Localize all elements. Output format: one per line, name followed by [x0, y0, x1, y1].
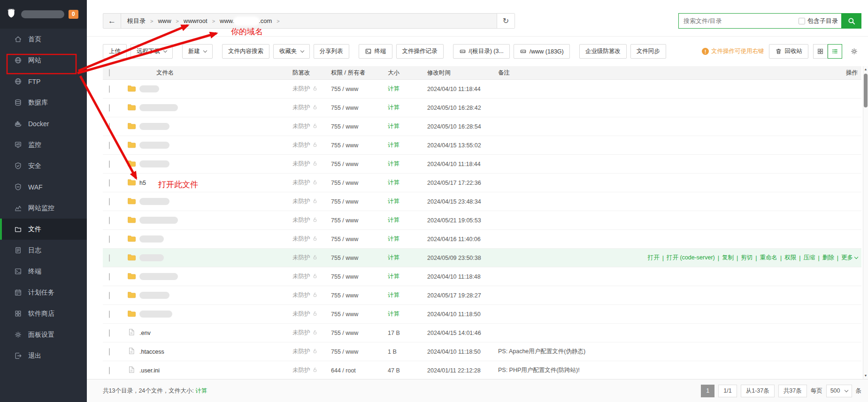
breadcrumb-item[interactable]: 根目录 [127, 17, 146, 25]
breadcrumb-item-domain[interactable]: www..com [220, 17, 272, 24]
file-name-blurred[interactable] [139, 311, 172, 318]
toolbar-button-9[interactable]: /www (183G) [514, 44, 570, 59]
col-modified-time[interactable]: 修改时间 [427, 69, 498, 77]
lock-open-icon[interactable] [312, 367, 318, 374]
lock-open-icon[interactable] [312, 235, 318, 243]
row-checkbox[interactable] [109, 348, 110, 356]
sidebar-item-home[interactable]: 首页 [0, 29, 87, 50]
toolbar-button-1[interactable]: 远程下载 [131, 44, 173, 59]
include-subdir-checkbox[interactable]: 包含子目录 [799, 17, 841, 25]
sidebar-item-logs[interactable]: 日志 [0, 240, 87, 261]
file-size[interactable]: 计算 [388, 160, 427, 168]
table-row[interactable]: .htaccess未防护755 / www1 B2024/04/10 11:18… [103, 342, 861, 361]
lock-open-icon[interactable] [312, 217, 318, 224]
op-link[interactable]: 剪切 [741, 254, 753, 262]
calc-size-link[interactable]: 计算 [195, 387, 207, 394]
toolbar-button-10[interactable]: 企业级防篡改 [579, 44, 627, 59]
file-name-blurred[interactable] [139, 142, 169, 149]
lock-open-icon[interactable] [312, 104, 318, 112]
back-arrow-icon[interactable]: ← [103, 14, 121, 28]
op-link[interactable]: 权限 [784, 254, 796, 262]
table-row[interactable]: 未防护755 / www计算2024/04/10 11:18:48 [103, 267, 861, 286]
sidebar-item-ftp[interactable]: FTP [0, 71, 87, 92]
sidebar-item-logout[interactable]: 退出 [0, 345, 87, 366]
sidebar-item-docker[interactable]: Docker [0, 113, 87, 134]
search-button[interactable] [841, 13, 861, 29]
lock-open-icon[interactable] [312, 142, 318, 149]
toolbar-button-8[interactable]: /(根目录) (3... [453, 44, 510, 59]
grid-view-button[interactable] [813, 44, 828, 59]
op-link[interactable]: 删除 [822, 254, 834, 262]
table-row[interactable]: h5未防护755 / www计算2024/05/17 17:22:36 [103, 174, 861, 192]
row-checkbox[interactable] [109, 179, 110, 187]
table-row[interactable]: 未防护755 / www计算2024/04/15 13:55:02 [103, 136, 861, 155]
lock-open-icon[interactable] [312, 123, 318, 130]
row-checkbox[interactable] [109, 104, 110, 112]
sidebar-item-cron[interactable]: 计划任务 [0, 282, 87, 303]
sidebar-item-monitor[interactable]: 监控 [0, 134, 87, 155]
sidebar-item-database[interactable]: 数据库 [0, 92, 87, 113]
table-row[interactable]: 未防护755 / www计算2024/04/15 23:48:34 [103, 192, 861, 211]
message-count-badge[interactable]: 0 [69, 10, 78, 18]
table-row[interactable]: 未防护755 / www计算2024/05/10 16:28:54 [103, 117, 861, 136]
row-checkbox[interactable] [109, 198, 110, 205]
recycle-bin-button[interactable]: 回收站 [769, 44, 809, 59]
file-size[interactable]: 计算 [388, 141, 427, 149]
table-row[interactable]: .user.ini未防护644 / root47 B2024/01/11 22:… [103, 361, 861, 379]
row-checkbox[interactable] [109, 217, 110, 224]
table-row[interactable]: 未防护755 / www计算2024/05/10 16:28:42 [103, 99, 861, 117]
lock-open-icon[interactable] [312, 292, 318, 299]
file-name-blurred[interactable] [139, 198, 169, 205]
file-size[interactable]: 计算 [388, 216, 427, 224]
row-checkbox[interactable] [109, 85, 110, 93]
file-name[interactable]: .user.ini [139, 367, 160, 374]
toolbar-button-5[interactable]: 分享列表 [314, 44, 349, 59]
toolbar-button-2[interactable]: 新建 [182, 44, 213, 59]
toolbar-button-3[interactable]: 文件内容搜索 [222, 44, 269, 59]
lock-open-icon[interactable] [312, 160, 318, 168]
table-row[interactable]: 未防护755 / www计算2024/04/10 11:18:44 [103, 155, 861, 174]
sidebar-item-app-store[interactable]: 软件商店 [0, 303, 87, 324]
toolbar-button-11[interactable]: 文件同步 [630, 44, 666, 59]
file-name-blurred[interactable] [139, 292, 169, 299]
row-checkbox[interactable] [109, 254, 110, 262]
row-checkbox[interactable] [109, 235, 110, 243]
sidebar-item-files[interactable]: 文件 [0, 219, 87, 240]
file-size[interactable]: 计算 [388, 310, 427, 318]
file-size[interactable]: 计算 [388, 197, 427, 205]
file-size[interactable]: 计算 [388, 235, 427, 243]
sidebar-item-security[interactable]: 安全 [0, 155, 87, 176]
page-1-button[interactable]: 1 [701, 385, 714, 397]
col-filename[interactable]: 文件名 [120, 69, 292, 77]
file-name-blurred[interactable] [139, 217, 178, 224]
file-name-blurred[interactable] [139, 160, 169, 167]
file-size[interactable]: 计算 [388, 85, 427, 93]
op-link[interactable]: 更多 [841, 254, 853, 262]
sidebar-item-site-monitor[interactable]: 网站监控 [0, 197, 87, 219]
scrollbar-thumb[interactable] [864, 74, 868, 107]
file-name-blurred[interactable] [139, 254, 164, 261]
table-row[interactable]: 未防护755 / www计算2024/04/10 11:18:50 [103, 305, 861, 324]
table-row[interactable]: 未防护755 / www计算2024/04/16 11:40:06 [103, 230, 861, 249]
sidebar-item-terminal[interactable]: 终端 [0, 261, 87, 282]
file-size[interactable]: 计算 [388, 291, 427, 299]
file-name[interactable]: h5 [139, 180, 146, 186]
table-row[interactable]: 未防护755 / www计算2024/05/21 19:05:53 [103, 211, 861, 230]
table-scrollbar[interactable]: ▲ ▼ [863, 66, 868, 379]
lock-open-icon[interactable] [312, 348, 318, 356]
sidebar-item-waf[interactable]: WAF [0, 176, 87, 197]
lock-open-icon[interactable] [312, 273, 318, 281]
file-size[interactable]: 计算 [388, 254, 427, 262]
file-name-blurred[interactable] [139, 104, 178, 111]
row-checkbox[interactable] [109, 292, 110, 299]
lock-open-icon[interactable] [312, 179, 318, 187]
scroll-down-icon[interactable]: ▼ [864, 372, 868, 379]
file-name-blurred[interactable] [139, 85, 159, 92]
file-name[interactable]: .env [139, 330, 151, 336]
checkbox-icon[interactable] [799, 18, 805, 24]
row-checkbox[interactable] [109, 311, 110, 318]
file-size[interactable]: 计算 [388, 122, 427, 130]
toolbar-button-7[interactable]: 文件操作记录 [396, 44, 444, 59]
sidebar-item-panel-settings[interactable]: 面板设置 [0, 324, 87, 345]
table-row[interactable]: .env未防护755 / www17 B2024/04/15 14:01:46 [103, 324, 861, 342]
